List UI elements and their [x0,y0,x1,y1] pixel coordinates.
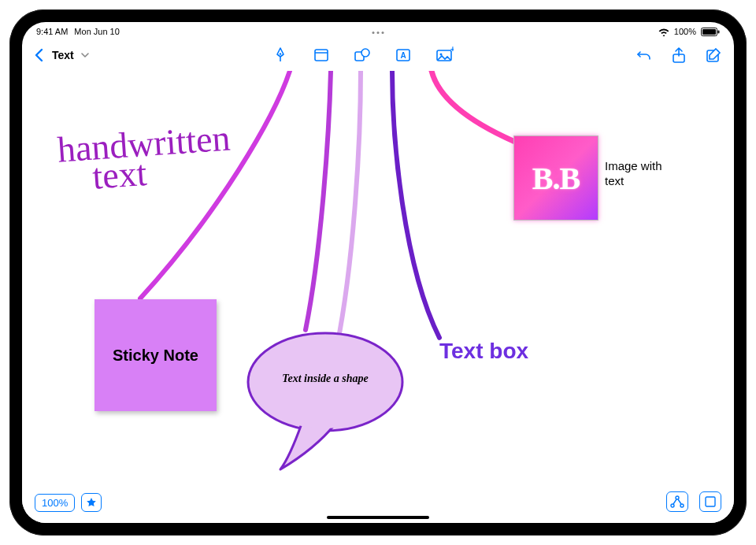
image-inner-text: B.B [532,160,580,197]
favorites-button[interactable] [81,493,102,512]
status-date: Mon Jun 10 [74,27,119,36]
sticky-note-label: Sticky Note [113,346,198,365]
svg-point-7 [361,49,369,57]
svg-point-19 [680,504,684,507]
svg-text:A: A [400,51,406,60]
image-caption-text[interactable]: Image with text [605,159,668,189]
text-tool-button[interactable]: A [394,46,413,65]
ipad-frame: 9:41 AM Mon Jun 10 100% [9,9,747,536]
pen-tool-button[interactable] [271,46,290,65]
zoom-controls: 100% [35,493,102,512]
svg-point-3 [280,53,281,54]
navigator-button[interactable] [699,491,721,512]
zoom-level-button[interactable]: 100% [35,494,75,512]
undo-button[interactable] [635,46,654,65]
compose-button[interactable] [704,46,723,65]
home-indicator[interactable] [327,516,429,519]
wifi-icon [658,28,669,36]
battery-percent: 100% [674,27,696,36]
text-box-object[interactable]: Text box [439,339,528,364]
svg-point-18 [671,504,674,507]
handwritten-text-object[interactable]: handwritten text [57,121,234,195]
bottom-right-controls [666,491,721,512]
svg-rect-20 [706,497,715,506]
svg-point-17 [676,496,679,499]
sticky-note-tool-button[interactable] [312,46,331,65]
svg-text:+: + [450,46,454,54]
shape-text-label[interactable]: Text inside a shape [258,373,392,385]
status-bar: 9:41 AM Mon Jun 10 100% [22,22,734,39]
sticky-note-object[interactable]: Sticky Note [94,299,217,411]
speech-bubble-shape[interactable] [243,323,408,473]
battery-icon [701,28,720,36]
svg-rect-2 [718,30,720,33]
image-object[interactable]: B.B [513,135,598,221]
svg-rect-4 [315,50,328,61]
svg-rect-1 [702,29,716,35]
freeform-canvas[interactable]: handwritten text Sticky Note Text inside… [22,71,734,523]
back-button[interactable] [33,48,44,62]
media-tool-button[interactable]: + [435,46,454,65]
multitask-dots-icon[interactable] [372,32,384,34]
app-toolbar: Text A + [22,39,734,71]
screen: 9:41 AM Mon Jun 10 100% [22,22,734,523]
status-time: 9:41 AM [36,27,68,36]
shape-tool-button[interactable] [353,46,372,65]
share-button[interactable] [669,46,688,65]
board-title[interactable]: Text [52,49,74,61]
connectors-button[interactable] [666,491,688,512]
chevron-down-icon[interactable] [80,50,90,60]
